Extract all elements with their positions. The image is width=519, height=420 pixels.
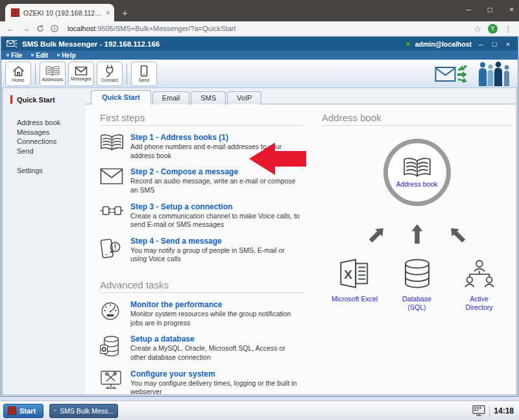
active-marker	[10, 95, 12, 104]
toolbar-home-button[interactable]: Home	[5, 62, 31, 86]
arrow-up-icon	[409, 224, 425, 244]
tab-close-icon[interactable]: ×	[106, 8, 110, 18]
toolbar-separator	[35, 64, 36, 84]
source-label: Active Directory	[456, 295, 503, 312]
page-viewport: SMS Bulk Messenger - 192.168.112.166 adm…	[0, 36, 519, 401]
org-chart-icon	[463, 258, 496, 289]
source-label: Microsoft Excel	[332, 295, 378, 303]
browser-profile-avatar[interactable]: T	[488, 24, 498, 34]
back-icon[interactable]: ←	[6, 25, 15, 33]
ozeki-favicon	[11, 8, 19, 17]
browser-menu-icon[interactable]: ⋮	[504, 25, 513, 33]
address-book-column: Address book Address book	[305, 112, 512, 394]
people-group-icon	[477, 62, 511, 86]
bookmark-star-icon[interactable]: ☆	[474, 25, 481, 33]
import-sources: X Microsoft Excel	[322, 258, 512, 312]
sidebar-item-send[interactable]: Send	[3, 146, 86, 156]
browser-tab-title: OZEKI 10 (192.168.112.166)	[23, 9, 103, 17]
menu-help[interactable]: Help	[57, 52, 76, 59]
tab-sms[interactable]: SMS	[191, 91, 226, 104]
first-steps-heading: First steps	[100, 112, 305, 126]
forward-icon[interactable]: →	[21, 25, 30, 33]
tab-email[interactable]: Email	[152, 91, 190, 104]
excel-icon: X	[338, 258, 372, 289]
gauge-icon	[100, 301, 121, 321]
app-minimize-button[interactable]: –	[476, 40, 485, 48]
tab-voip[interactable]: VoIP	[227, 91, 261, 104]
step-3-item[interactable]: Step 3 - Setup a connection Create a com…	[100, 202, 305, 229]
address-book-circle-label[interactable]: Address book	[396, 180, 437, 188]
step-4-desc: You may notify a group of people in SMS,…	[130, 246, 300, 264]
app-maximize-button[interactable]: □	[490, 40, 499, 48]
step-3-link[interactable]: Step 3 - Setup a connection	[130, 202, 300, 211]
configure-system-link[interactable]: Configure your system	[130, 369, 300, 379]
url-input[interactable]: localhost:9505/SMS+Bulk+Messenger/?a=Qui…	[67, 25, 467, 32]
toolbar-connect-button[interactable]: Connect	[97, 62, 123, 86]
menu-edit[interactable]: Edit	[31, 52, 48, 59]
sidebar-item-address-book[interactable]: Address book	[3, 118, 86, 128]
sidebar-item-connections[interactable]: Connections	[3, 137, 86, 146]
source-database-sql[interactable]: Database (SQL)	[394, 258, 441, 312]
taskbar-app-button[interactable]: SMS Bulk Mess...	[49, 404, 118, 418]
browser-minimize-button[interactable]: –	[466, 5, 471, 14]
browser-urlbar: ← → localhost:9505/SMS+Bulk+Messenger/?a…	[0, 21, 519, 36]
menu-file[interactable]: File	[6, 52, 22, 59]
system-tray: 14:18	[472, 405, 516, 417]
app-title: SMS Bulk Messenger - 192.168.112.166	[22, 40, 160, 48]
monitor-performance-item[interactable]: Monitor the performance Monitor system r…	[100, 300, 305, 327]
app-close-button[interactable]: ×	[503, 40, 513, 48]
step-1-link[interactable]: Step 1 - Address books (1)	[130, 133, 300, 142]
toolbar-messages-button[interactable]: Messages	[68, 62, 94, 86]
phone-alert-icon	[100, 237, 121, 259]
source-microsoft-excel[interactable]: X Microsoft Excel	[332, 258, 378, 312]
arrow-up-right-icon	[365, 223, 389, 247]
app-logo-envelope-icon	[6, 40, 18, 48]
sidebar-item-quick-start[interactable]: Quick Start	[3, 95, 86, 104]
taskbar: Start SMS Bulk Mess... 14:18	[0, 401, 519, 420]
display-tray-icon[interactable]	[472, 405, 485, 416]
database-gear-icon	[100, 335, 119, 357]
browser-close-button[interactable]: ×	[509, 5, 514, 14]
monitor-performance-link[interactable]: Monitor the performance	[130, 300, 300, 309]
toolbar-send-button[interactable]: Send	[131, 62, 157, 86]
setup-database-link[interactable]: Setup a database	[130, 334, 300, 344]
monitor-performance-desc: Monitor system resources while the group…	[130, 310, 300, 327]
configure-system-item[interactable]: Configure your system You may configure …	[100, 369, 305, 394]
sidebar-item-settings[interactable]: Settings	[3, 166, 86, 176]
menu-bullet-icon	[6, 54, 9, 56]
site-info-icon[interactable]	[51, 25, 58, 32]
main-area: Quick Start Email SMS VoIP First steps	[86, 88, 516, 394]
open-book-icon	[403, 157, 431, 178]
connectors-icon	[100, 203, 124, 218]
address-book-circle[interactable]: Address book	[383, 139, 451, 206]
envelope-icon	[100, 168, 123, 185]
tab-quick-start[interactable]: Quick Start	[91, 90, 151, 104]
browser-tab[interactable]: OZEKI 10 (192.168.112.166) ×	[5, 4, 114, 21]
menu-bullet-icon	[31, 54, 34, 56]
start-grid-icon	[8, 406, 16, 415]
svg-text:X: X	[344, 268, 352, 281]
address-book-heading: Address book	[322, 112, 512, 126]
browser-maximize-button[interactable]: □	[488, 5, 492, 14]
source-label: Database (SQL)	[394, 295, 441, 312]
app-menubar: File Edit Help	[1, 51, 518, 60]
app-titlebar: SMS Bulk Messenger - 192.168.112.166 adm…	[1, 37, 518, 51]
setup-database-item[interactable]: Setup a database Create a MySQL, Oracle,…	[100, 334, 305, 362]
app-content: Quick Start Address book Messages Connec…	[3, 88, 516, 394]
reload-icon[interactable]	[36, 25, 44, 32]
app-envelope-icon	[54, 407, 56, 414]
toolbar-addresses-button[interactable]: Addresses	[40, 62, 66, 86]
setup-database-desc: Create a MySQL, Oracle, Microsoft SQL, A…	[130, 344, 300, 362]
app-window: SMS Bulk Messenger - 192.168.112.166 adm…	[1, 36, 518, 397]
phone-icon	[140, 65, 148, 77]
new-tab-button[interactable]: +	[122, 7, 128, 18]
configure-system-desc: You may configure delivery times, loggin…	[130, 379, 300, 394]
source-active-directory[interactable]: Active Directory	[456, 258, 503, 312]
start-button[interactable]: Start	[3, 404, 43, 418]
database-icon	[400, 258, 434, 289]
arrow-up-left-icon	[445, 223, 469, 247]
sidebar-item-messages[interactable]: Messages	[3, 128, 86, 137]
monitor-tools-icon	[100, 370, 122, 390]
step-4-item[interactable]: Step 4 - Send a message You may notify a…	[100, 237, 305, 264]
step-4-link[interactable]: Step 4 - Send a message	[130, 237, 300, 246]
